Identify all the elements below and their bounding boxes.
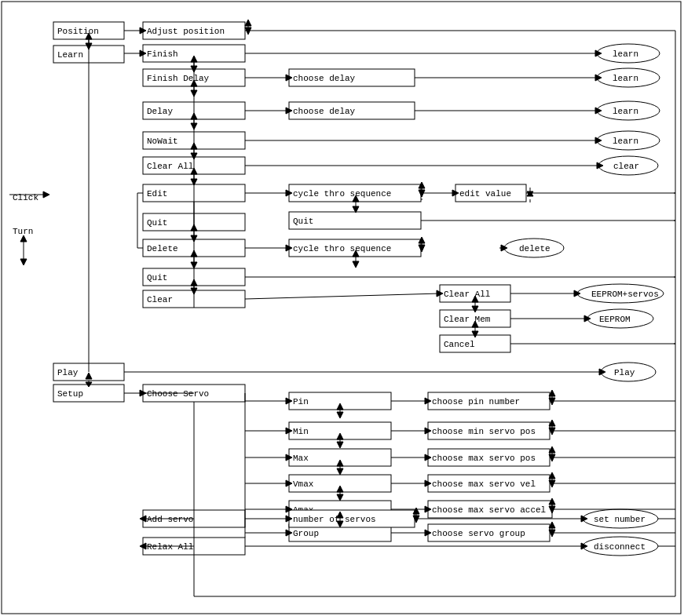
set-number-text: set number [594,515,646,524]
finish-delay-text: Finish Delay [147,74,210,83]
choose-min-text: choose min servo pos [432,427,536,436]
eeprom-servos-text: EEPROM+servos [591,290,659,299]
choose-pin-text: choose pin number [432,397,520,406]
choose-vmax-text: choose max servo vel [432,479,536,489]
choose-delay1-text: choose delay [293,74,356,83]
nowait-text: NoWait [147,137,178,146]
svg-marker-56 [337,442,343,448]
cycle-thro2-text: cycle thro sequence [293,244,391,253]
svg-marker-2 [43,191,49,198]
svg-marker-59 [337,468,343,475]
relax-all-text: Relax All [147,542,193,552]
cycle-thro1-text: cycle thro sequence [293,189,391,199]
add-servo-text: Add servo [147,515,193,524]
svg-marker-69 [245,20,251,26]
learn-out4-text: learn [613,137,638,146]
delete-out-text: delete [519,244,550,253]
quit2-text: Quit [147,273,167,282]
clear-out-text: clear [613,162,639,171]
num-servos-text: number of servos [293,515,376,524]
choose-max-text: choose max servo pos [432,454,536,463]
learn-text: Learn [57,50,83,60]
cancel-text: Cancel [444,340,475,349]
disconnect-text: disconnect [594,542,646,552]
group-text: Group [293,529,319,538]
svg-marker-5 [20,259,27,265]
setup-text: Setup [57,389,83,399]
edit-value-text: edit value [459,189,511,199]
quit-edit-text: Quit [293,217,313,226]
position-text: Position [57,27,99,36]
pin-text: Pin [293,397,309,406]
svg-line-113 [245,293,440,299]
delay-text: Delay [147,107,173,116]
svg-marker-62 [337,494,343,501]
delete-text: Delete [147,244,178,253]
min-text: Min [293,427,309,436]
learn-out3-text: learn [613,107,638,116]
choose-delay2-text: choose delay [293,107,356,116]
diagram-container: Click Turn Position Learn Play Setup Adj… [0,0,684,616]
choose-group-text: choose servo group [432,529,525,538]
play-text: Play [57,368,79,377]
choose-amax-text: choose max servo accel [432,505,546,515]
turn-label: Turn [13,227,33,236]
vmax-text: Vmax [293,479,314,489]
learn-out2-text: learn [613,74,638,83]
svg-marker-4 [20,235,27,242]
eeprom-text: EEPROM [599,315,631,324]
clear-text: Clear [147,295,173,304]
learn-out1-text: learn [613,49,638,59]
choose-servo-text: Choose Servo [147,389,209,399]
svg-marker-41 [353,261,359,268]
clear-all-action-text: Clear All [444,290,490,299]
max-text: Max [293,454,309,463]
finish-text: Finish [147,49,178,59]
adjust-position-text: Adjust position [147,27,225,36]
edit-text: Edit [147,189,167,199]
quit1-text: Quit [147,218,167,228]
svg-marker-53 [337,412,343,418]
play-out-text: Play [614,368,635,377]
clear-mem-text: Clear Mem [444,315,491,324]
clear-all-menu-text: Clear All [147,162,193,171]
